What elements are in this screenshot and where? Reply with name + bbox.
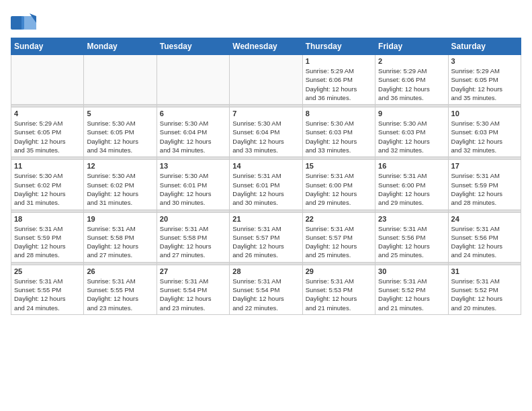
calendar-cell: 27Sunrise: 5:31 AM Sunset: 5:54 PM Dayli… — [157, 265, 229, 314]
day-info: Sunrise: 5:31 AM Sunset: 5:59 PM Dayligh… — [14, 224, 81, 260]
day-number: 12 — [87, 162, 153, 170]
calendar-cell: 10Sunrise: 5:30 AM Sunset: 6:03 PM Dayli… — [448, 107, 521, 157]
col-header-wednesday: Wednesday — [230, 38, 302, 55]
day-info: Sunrise: 5:31 AM Sunset: 5:55 PM Dayligh… — [87, 277, 153, 312]
col-header-friday: Friday — [375, 38, 448, 55]
day-number: 19 — [87, 215, 153, 223]
col-header-sunday: Sunday — [11, 38, 84, 55]
day-info: Sunrise: 5:30 AM Sunset: 6:01 PM Dayligh… — [160, 171, 226, 207]
day-info: Sunrise: 5:30 AM Sunset: 6:03 PM Dayligh… — [451, 119, 518, 154]
calendar-cell: 6Sunrise: 5:30 AM Sunset: 6:04 PM Daylig… — [157, 107, 229, 157]
day-number: 21 — [232, 215, 299, 223]
day-number: 24 — [451, 215, 518, 223]
col-header-saturday: Saturday — [448, 38, 521, 55]
calendar-cell: 15Sunrise: 5:31 AM Sunset: 6:00 PM Dayli… — [302, 160, 375, 210]
page-header — [11, 11, 521, 32]
day-info: Sunrise: 5:31 AM Sunset: 5:58 PM Dayligh… — [160, 224, 226, 260]
calendar-cell: 11Sunrise: 5:30 AM Sunset: 6:02 PM Dayli… — [11, 160, 84, 210]
day-info: Sunrise: 5:30 AM Sunset: 6:02 PM Dayligh… — [87, 171, 153, 207]
day-number: 16 — [378, 162, 445, 170]
calendar-cell: 24Sunrise: 5:31 AM Sunset: 5:56 PM Dayli… — [448, 212, 521, 262]
day-info: Sunrise: 5:31 AM Sunset: 5:54 PM Dayligh… — [232, 277, 299, 312]
col-header-thursday: Thursday — [302, 38, 375, 55]
calendar-cell: 30Sunrise: 5:31 AM Sunset: 5:52 PM Dayli… — [375, 265, 448, 314]
day-number: 6 — [160, 109, 226, 118]
day-number: 30 — [378, 267, 445, 275]
day-number: 9 — [378, 109, 445, 118]
col-header-monday: Monday — [84, 38, 157, 55]
day-info: Sunrise: 5:30 AM Sunset: 6:03 PM Dayligh… — [306, 119, 372, 154]
day-info: Sunrise: 5:31 AM Sunset: 5:52 PM Dayligh… — [378, 277, 445, 312]
calendar-week-4: 18Sunrise: 5:31 AM Sunset: 5:59 PM Dayli… — [11, 212, 521, 262]
day-number: 1 — [306, 57, 372, 65]
day-number: 31 — [451, 267, 518, 275]
calendar-week-1: 1Sunrise: 5:29 AM Sunset: 6:06 PM Daylig… — [11, 55, 521, 105]
logo-icon — [11, 13, 36, 32]
day-number: 27 — [160, 267, 226, 275]
day-number: 28 — [232, 267, 299, 275]
calendar-cell: 7Sunrise: 5:30 AM Sunset: 6:04 PM Daylig… — [230, 107, 302, 157]
day-info: Sunrise: 5:30 AM Sunset: 6:05 PM Dayligh… — [87, 119, 153, 154]
calendar-cell: 4Sunrise: 5:29 AM Sunset: 6:05 PM Daylig… — [11, 107, 84, 157]
calendar-cell: 8Sunrise: 5:30 AM Sunset: 6:03 PM Daylig… — [302, 107, 375, 157]
col-header-tuesday: Tuesday — [157, 38, 229, 55]
calendar-header-row: SundayMondayTuesdayWednesdayThursdayFrid… — [11, 38, 521, 55]
day-number: 10 — [451, 109, 518, 118]
day-info: Sunrise: 5:31 AM Sunset: 6:00 PM Dayligh… — [378, 171, 445, 207]
calendar-cell: 31Sunrise: 5:31 AM Sunset: 5:52 PM Dayli… — [448, 265, 521, 314]
calendar-cell: 28Sunrise: 5:31 AM Sunset: 5:54 PM Dayli… — [230, 265, 302, 314]
calendar-cell: 21Sunrise: 5:31 AM Sunset: 5:57 PM Dayli… — [230, 212, 302, 262]
day-info: Sunrise: 5:31 AM Sunset: 5:55 PM Dayligh… — [14, 277, 81, 312]
day-info: Sunrise: 5:31 AM Sunset: 5:57 PM Dayligh… — [232, 224, 299, 260]
day-number: 13 — [160, 162, 226, 170]
day-number: 20 — [160, 215, 226, 223]
calendar-week-5: 25Sunrise: 5:31 AM Sunset: 5:55 PM Dayli… — [11, 265, 521, 314]
day-number: 3 — [451, 57, 518, 65]
day-info: Sunrise: 5:31 AM Sunset: 5:57 PM Dayligh… — [306, 224, 372, 260]
day-number: 22 — [306, 215, 372, 223]
day-info: Sunrise: 5:29 AM Sunset: 6:05 PM Dayligh… — [14, 119, 81, 154]
day-number: 14 — [232, 162, 299, 170]
calendar-cell: 3Sunrise: 5:29 AM Sunset: 6:05 PM Daylig… — [448, 55, 521, 105]
day-number: 4 — [14, 109, 81, 118]
calendar-cell: 9Sunrise: 5:30 AM Sunset: 6:03 PM Daylig… — [375, 107, 448, 157]
day-info: Sunrise: 5:29 AM Sunset: 6:06 PM Dayligh… — [378, 66, 445, 102]
day-info: Sunrise: 5:30 AM Sunset: 6:03 PM Dayligh… — [378, 119, 445, 154]
calendar-week-3: 11Sunrise: 5:30 AM Sunset: 6:02 PM Dayli… — [11, 160, 521, 210]
day-number: 26 — [87, 267, 153, 275]
calendar-cell: 19Sunrise: 5:31 AM Sunset: 5:58 PM Dayli… — [84, 212, 157, 262]
calendar-cell — [11, 55, 84, 105]
calendar-cell: 16Sunrise: 5:31 AM Sunset: 6:00 PM Dayli… — [375, 160, 448, 210]
day-number: 11 — [14, 162, 81, 170]
day-info: Sunrise: 5:29 AM Sunset: 6:06 PM Dayligh… — [306, 66, 372, 102]
day-info: Sunrise: 5:31 AM Sunset: 5:54 PM Dayligh… — [160, 277, 226, 312]
calendar-cell: 18Sunrise: 5:31 AM Sunset: 5:59 PM Dayli… — [11, 212, 84, 262]
day-info: Sunrise: 5:31 AM Sunset: 6:00 PM Dayligh… — [306, 171, 372, 207]
day-number: 17 — [451, 162, 518, 170]
calendar-cell — [84, 55, 157, 105]
calendar-cell — [230, 55, 302, 105]
day-info: Sunrise: 5:30 AM Sunset: 6:02 PM Dayligh… — [14, 171, 81, 207]
logo — [11, 13, 38, 32]
calendar-cell: 23Sunrise: 5:31 AM Sunset: 5:56 PM Dayli… — [375, 212, 448, 262]
calendar-cell: 14Sunrise: 5:31 AM Sunset: 6:01 PM Dayli… — [230, 160, 302, 210]
calendar-cell: 5Sunrise: 5:30 AM Sunset: 6:05 PM Daylig… — [84, 107, 157, 157]
calendar-cell: 26Sunrise: 5:31 AM Sunset: 5:55 PM Dayli… — [84, 265, 157, 314]
day-info: Sunrise: 5:30 AM Sunset: 6:04 PM Dayligh… — [160, 119, 226, 154]
day-number: 23 — [378, 215, 445, 223]
calendar-cell: 2Sunrise: 5:29 AM Sunset: 6:06 PM Daylig… — [375, 55, 448, 105]
calendar-cell: 17Sunrise: 5:31 AM Sunset: 5:59 PM Dayli… — [448, 160, 521, 210]
calendar-cell — [157, 55, 229, 105]
day-number: 2 — [378, 57, 445, 65]
day-info: Sunrise: 5:30 AM Sunset: 6:04 PM Dayligh… — [232, 119, 299, 154]
calendar-cell: 13Sunrise: 5:30 AM Sunset: 6:01 PM Dayli… — [157, 160, 229, 210]
calendar-table: SundayMondayTuesdayWednesdayThursdayFrid… — [11, 38, 521, 315]
day-info: Sunrise: 5:31 AM Sunset: 5:59 PM Dayligh… — [451, 171, 518, 207]
day-info: Sunrise: 5:31 AM Sunset: 5:58 PM Dayligh… — [87, 224, 153, 260]
day-info: Sunrise: 5:31 AM Sunset: 5:56 PM Dayligh… — [378, 224, 445, 260]
calendar-cell: 29Sunrise: 5:31 AM Sunset: 5:53 PM Dayli… — [302, 265, 375, 314]
calendar-cell: 1Sunrise: 5:29 AM Sunset: 6:06 PM Daylig… — [302, 55, 375, 105]
day-number: 15 — [306, 162, 372, 170]
day-number: 18 — [14, 215, 81, 223]
day-info: Sunrise: 5:31 AM Sunset: 5:52 PM Dayligh… — [451, 277, 518, 312]
